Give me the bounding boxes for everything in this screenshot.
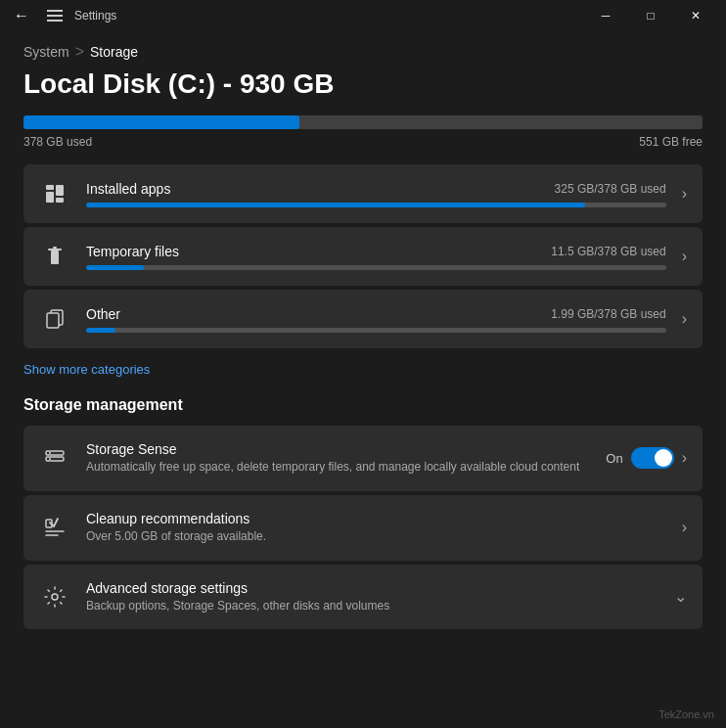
title-bar-left: ← Settings [8,3,116,28]
category-name-installed-apps: Installed apps [86,181,170,197]
category-bar-bg-other [86,328,666,333]
minimize-button[interactable]: ─ [583,0,628,31]
chevron-right-cleanup: › [682,519,687,536]
breadcrumb-current: Storage [90,44,138,60]
hamburger-button[interactable] [43,6,67,25]
page-title: Local Disk (C:) - 930 GB [23,68,703,100]
storage-used-label: 378 GB used [23,135,92,149]
trash-icon [39,241,70,272]
toggle-on-label: On [606,451,622,466]
storage-bar-labels: 378 GB used 551 GB free [23,135,703,149]
svg-rect-2 [56,185,64,196]
mgmt-advanced-storage[interactable]: Advanced storage settings Backup options… [23,565,703,630]
svg-rect-8 [47,313,59,328]
breadcrumb: System > Storage [23,31,703,68]
category-bar-fill-other [86,328,115,333]
breadcrumb-separator: > [75,43,84,61]
mgmt-info-advanced: Advanced storage settings Backup options… [86,580,658,614]
mgmt-title-advanced: Advanced storage settings [86,580,658,596]
svg-point-12 [49,458,51,460]
svg-rect-9 [46,451,64,455]
category-info-other: Other 1.99 GB/378 GB used [86,306,666,333]
chevron-right-other: › [682,310,687,328]
category-size-other: 1.99 GB/378 GB used [551,307,665,321]
category-header-temporary-files: Temporary files 11.5 GB/378 GB used [86,244,666,259]
category-size-installed-apps: 325 GB/378 GB used [555,182,666,196]
window-controls: ─ □ ✕ [583,0,718,31]
apps-icon [39,178,70,209]
category-bar-bg-installed-apps [86,203,666,207]
svg-rect-0 [46,185,54,190]
maximize-button[interactable]: □ [628,0,673,31]
copy-icon [39,303,70,335]
storage-bar-container [23,115,703,129]
svg-rect-10 [46,457,64,461]
mgmt-right-storage-sense: On › [606,447,687,469]
mgmt-title-cleanup: Cleanup recommendations [86,511,666,526]
storage-sense-toggle[interactable] [631,447,674,469]
category-bar-fill-installed-apps [86,203,585,207]
breadcrumb-parent[interactable]: System [23,44,69,60]
chevron-right-storage-sense: › [682,449,687,467]
category-info-installed-apps: Installed apps 325 GB/378 GB used [86,181,666,207]
svg-rect-1 [46,192,54,203]
page-content: System > Storage Local Disk (C:) - 930 G… [0,31,726,728]
watermark: TekZone.vn [658,708,714,720]
show-more-categories-link[interactable]: Show more categories [23,362,150,377]
title-bar: ← Settings ─ □ ✕ [0,0,726,31]
storage-free-label: 551 GB free [639,135,703,149]
svg-rect-4 [51,250,59,264]
mgmt-storage-sense[interactable]: Storage Sense Automatically free up spac… [23,426,703,491]
mgmt-cleanup-recommendations[interactable]: Cleanup recommendations Over 5.00 GB of … [23,495,703,561]
category-bar-bg-temporary-files [86,265,666,270]
category-info-temporary-files: Temporary files 11.5 GB/378 GB used [86,244,666,270]
storage-bar-background [23,115,703,129]
category-installed-apps[interactable]: Installed apps 325 GB/378 GB used › [23,164,703,223]
cleanup-icon [39,512,70,543]
category-name-other: Other [86,306,120,322]
category-name-temporary-files: Temporary files [86,244,179,259]
mgmt-title-storage-sense: Storage Sense [86,441,590,457]
toggle-knob [655,449,672,467]
category-size-temporary-files: 11.5 GB/378 GB used [551,245,665,258]
gear-icon [39,581,70,613]
svg-point-16 [52,594,58,600]
storage-bar-fill [23,115,299,129]
back-button[interactable]: ← [8,3,35,28]
svg-rect-5 [48,249,62,250]
mgmt-desc-storage-sense: Automatically free up space, delete temp… [86,459,590,476]
storage-management-title: Storage management [23,396,703,414]
mgmt-info-cleanup: Cleanup recommendations Over 5.00 GB of … [86,511,666,545]
category-temporary-files[interactable]: Temporary files 11.5 GB/378 GB used › [23,227,703,286]
chevron-down-advanced: ⌄ [674,587,687,606]
app-title: Settings [74,9,116,23]
close-button[interactable]: ✕ [673,0,718,31]
category-header-other: Other 1.99 GB/378 GB used [86,306,666,322]
svg-rect-3 [56,198,64,203]
mgmt-desc-cleanup: Over 5.00 GB of storage available. [86,528,666,545]
svg-point-11 [49,452,51,454]
category-other[interactable]: Other 1.99 GB/378 GB used › [23,290,703,348]
mgmt-info-storage-sense: Storage Sense Automatically free up spac… [86,441,590,476]
storage-sense-icon [39,442,70,474]
svg-rect-6 [53,247,57,249]
mgmt-desc-advanced: Backup options, Storage Spaces, other di… [86,598,658,614]
chevron-right-installed-apps: › [682,185,687,203]
chevron-right-temporary-files: › [682,248,687,265]
category-header-installed-apps: Installed apps 325 GB/378 GB used [86,181,666,197]
category-bar-fill-temporary-files [86,265,144,270]
